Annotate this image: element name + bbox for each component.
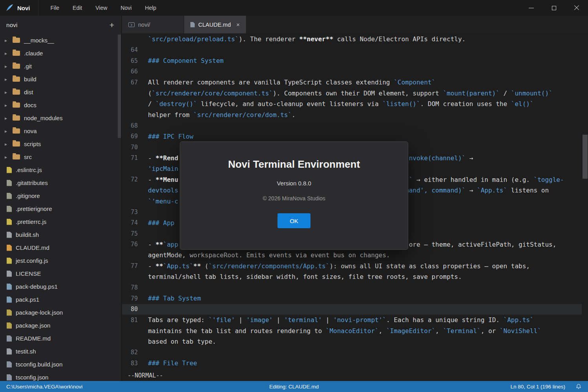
editor-line[interactable]: 83### File Tree [122, 358, 582, 369]
line-number: 75 [122, 230, 138, 237]
tree-item-label: dist [24, 89, 33, 95]
editor-line[interactable]: maintains the tab list and routes render… [122, 326, 582, 337]
line-number: 68 [122, 122, 138, 129]
tree-item-claude-md[interactable]: CLAUDE.md [0, 241, 121, 254]
editor-line[interactable]: agentMode, workspaceRoot. Emits events v… [122, 250, 582, 261]
folder-icon [13, 128, 20, 134]
tree-item-gitignore[interactable]: .gitignore [0, 189, 121, 202]
tree-item-node-modules[interactable]: ▸node_modules [0, 112, 121, 125]
tab-claude-md[interactable]: CLAUDE.md× [184, 16, 247, 33]
line-text: ### IPC Flow [148, 133, 194, 140]
tab-novi[interactable]: novi/ [122, 16, 184, 33]
tree-item-src[interactable]: ▸src [0, 150, 121, 163]
ok-button[interactable]: OK [278, 213, 310, 228]
editor-line[interactable]: 64 [122, 45, 582, 56]
tree-item-license[interactable]: LICENSE [0, 267, 121, 280]
minimize-button[interactable] [520, 0, 542, 16]
tree-item-claude[interactable]: ▸.claude [0, 47, 121, 60]
tree-item-label: build [24, 76, 37, 82]
menu-novi[interactable]: Novi [114, 0, 138, 16]
title-bar: Novi FileEditViewNoviHelp [0, 0, 588, 16]
file-icon [7, 271, 12, 277]
app-logo-icon [5, 4, 14, 12]
tree-item-testit-sh[interactable]: testit.sh [0, 345, 121, 358]
editor-scrollbar-thumb[interactable] [583, 135, 588, 179]
tree-item-label: src [24, 154, 32, 160]
tree-item-build[interactable]: ▸build [0, 73, 121, 86]
menu-help[interactable]: Help [138, 0, 163, 16]
cursor-position[interactable]: Ln 80, Col 1 (196 lines) [510, 384, 565, 390]
editor-line[interactable]: based on tab type. [122, 336, 582, 347]
line-text: maintains the tab list and routes render… [148, 327, 541, 335]
tree-item-pack-ps1[interactable]: pack.ps1 [0, 293, 121, 306]
line-text: ### Tab System [148, 295, 201, 302]
editor-line[interactable]: 69### IPC Flow [122, 131, 582, 142]
editor-line[interactable]: 80 [122, 304, 582, 315]
editor-line[interactable]: 68 [122, 120, 582, 131]
tree-item-scripts[interactable]: ▸scripts [0, 137, 121, 150]
tree-item-nova[interactable]: ▸nova [0, 125, 121, 137]
tree-item-prettierrc-js[interactable]: .prettierrc.js [0, 215, 121, 228]
about-dialog: Novi Terminal Environment Version 0.8.0 … [180, 141, 408, 250]
tree-item-package-json[interactable]: package.json [0, 319, 121, 332]
editor-line[interactable]: 65### Component System [122, 55, 582, 66]
line-number: 74 [122, 219, 138, 226]
file-icon [7, 348, 12, 355]
editor-line[interactable]: 77- **`App.ts`** (`src/renderer/componen… [122, 261, 582, 272]
tree-item-readme-md[interactable]: README.md [0, 332, 121, 345]
editor-line[interactable]: 82 [122, 347, 582, 358]
editor-line[interactable]: helper from `src/renderer/core/dom.ts`. [122, 110, 582, 121]
tree-item-dist[interactable]: ▸dist [0, 86, 121, 99]
editor-line[interactable]: 79### Tab System [122, 293, 582, 304]
sidebar-header: novi + [0, 16, 121, 34]
line-text: `src/preload/preload.ts`). The renderer … [148, 35, 466, 43]
add-file-button[interactable]: + [110, 21, 114, 29]
menu-file[interactable]: File [44, 0, 66, 16]
tree-item-package-lock-json[interactable]: package-lock.json [0, 306, 121, 319]
editor-line[interactable]: `src/preload/preload.ts`). The renderer … [122, 34, 582, 45]
tree-item-label: .prettierignore [16, 205, 52, 212]
tree-item-eslintrc-js[interactable]: .eslintrc.js [0, 163, 121, 176]
menu-edit[interactable]: Edit [66, 0, 89, 16]
editor-line[interactable]: / `destroy()` lifecycle, and auto-cleanu… [122, 99, 582, 110]
workspace-path: C:\Users\micha.VEGA\work\novi [0, 384, 82, 390]
sidebar-scrollbar-thumb[interactable] [118, 35, 121, 138]
editor-line[interactable]: 67All renderer components are vanilla Ty… [122, 77, 582, 88]
editor-line[interactable]: terminal/shell tab lists, sidebar width,… [122, 271, 582, 282]
tree-item-pack-debug-ps1[interactable]: pack-debug.ps1 [0, 280, 121, 293]
bell-icon[interactable] [575, 383, 582, 390]
line-text: - **`App.ts`** (`src/renderer/components… [148, 262, 530, 270]
editor-line[interactable]: 66 [122, 66, 582, 77]
tree-item-label: .eslintrc.js [16, 167, 42, 173]
file-icon [7, 258, 12, 264]
editor-line[interactable]: (`src/renderer/core/component.ts`). Comp… [122, 88, 582, 99]
tree-item-gitattributes[interactable]: .gitattributes [0, 176, 121, 189]
line-text: based on tab type. [148, 338, 216, 345]
folder-icon [13, 64, 20, 69]
close-button[interactable] [565, 0, 588, 16]
line-number: 76 [122, 241, 138, 248]
tree-item-label: scripts [24, 141, 41, 147]
tree-item-label: jest.config.js [16, 257, 48, 264]
tree-item-jest-config-js[interactable]: jest.config.js [0, 254, 121, 267]
editor-line[interactable]: 81Tabs are typed: `'file' | 'image' | 't… [122, 315, 582, 326]
tab-label: novi/ [138, 22, 150, 28]
tree-item-tsconfig-build-json[interactable]: tsconfig.build.json [0, 358, 121, 371]
editor-line[interactable]: 78 [122, 282, 582, 293]
line-number: 64 [122, 46, 138, 53]
folder-icon [13, 154, 20, 159]
line-number: 83 [122, 360, 138, 367]
tree-item-tsconfig-json[interactable]: tsconfig.json [0, 371, 121, 381]
tree-item-git[interactable]: ▸.git [0, 60, 121, 73]
tree-item-buildit-sh[interactable]: buildit.sh [0, 228, 121, 241]
tree-item-prettierignore[interactable]: .prettierignore [0, 202, 121, 215]
file-explorer-sidebar: novi + ▸__mocks__▸.claude▸.git▸build▸dis… [0, 16, 122, 381]
tree-item-label: .git [24, 63, 32, 70]
menu-view[interactable]: View [89, 0, 114, 16]
tree-item-mocks[interactable]: ▸__mocks__ [0, 34, 121, 47]
tab-close-icon[interactable]: × [236, 21, 240, 28]
maximize-button[interactable] [542, 0, 565, 16]
tree-item-docs[interactable]: ▸docs [0, 99, 121, 112]
line-text: ### File Tree [148, 359, 197, 367]
line-text: ### Component System [148, 57, 224, 64]
